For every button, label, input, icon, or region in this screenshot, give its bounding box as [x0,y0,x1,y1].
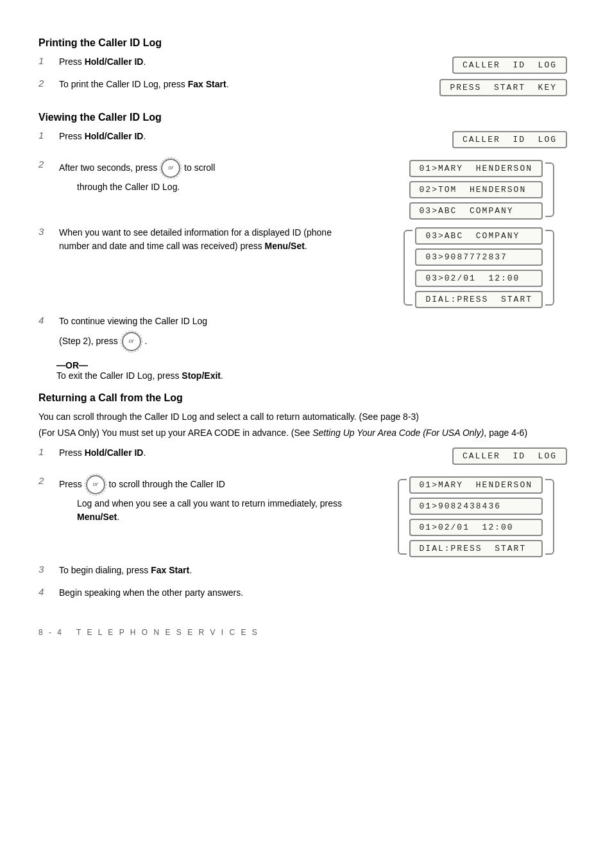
printing-steps-row: 1 Press Hold/Caller ID. 2 To print the C… [38,55,574,100]
viewing-scroll-lcds: 01>MARY HENDERSON 02>TOM HENDERSON 03>AB… [368,159,574,221]
viewing-lcd-top: CALLER ID LOG [452,131,567,148]
returning-lcd3: 01>02/01 12:00 [409,519,543,536]
viewing-title: Viewing the Caller ID Log [38,112,574,123]
footer-text: T E L E P H O N E S E R V I C E S [76,628,259,637]
viewing-step1-bold: Hold/Caller ID [85,131,144,141]
scroll-icon-up-2: or [161,159,180,178]
viewing-step1-text-after: . [143,131,146,141]
returning-detail-lcd-group: 01>MARY HENDERSON 01>9082438436 01>02/01… [398,475,554,559]
returning-lcd4: DIAL:PRESS START [409,540,543,557]
returning-desc2: (For USA Only) You must set up your AREA… [38,426,574,440]
printing-section: Printing the Caller ID Log 1 Press Hold/… [38,37,574,100]
scroll-icon-returning: or [86,475,105,494]
ret-step2-t3: Log and when you see a call you want to … [77,498,342,508]
printing-step1-num: 1 [38,55,56,66]
scroll-icon-step4-label: or [129,337,134,346]
returning-desc2-after: , page 4-6) [484,428,527,438]
returning-step2-text2: to scroll through the Caller ID [109,479,225,489]
printing-step1-content: Press Hold/Caller ID. [59,55,355,71]
viewing-step4-text3: . [145,336,148,346]
viewing-step2-text1: After two seconds, press [59,162,160,173]
returning-step1-num: 1 [38,446,56,457]
returning-step1-row: 1 Press Hold/Caller ID. CALLER ID LOG [38,446,574,469]
returning-step2-content: Press or to scroll through the Caller ID… [59,475,355,526]
printing-step2-num: 2 [38,78,56,89]
viewing-detail-lcd2: 03>9087772837 [415,248,543,266]
returning-desc2-before: (For USA Only) You must set up your AREA… [38,428,312,438]
returning-step3-after: . [189,565,192,575]
printing-lcd2: PRESS START KEY [439,79,567,96]
viewing-step1-num: 1 [38,130,56,141]
viewing-scroll-lcd2: 02>TOM HENDERSON [409,181,543,198]
returning-lcd2: 01>9082438436 [409,498,543,515]
returning-desc1: You can scroll through the Caller ID Log… [38,410,574,424]
returning-step4-text: Begin speaking when the other party answ… [59,586,574,600]
viewing-step3-text2: . [305,241,307,251]
returning-step2-num: 2 [38,475,56,486]
returning-step3: 3 To begin dialing, press Fax Start. [38,564,574,580]
returning-step4-num: 4 [38,586,56,597]
viewing-step3-bold: Menu/Set [265,241,305,251]
viewing-scroll-lcd3: 03>ABC COMPANY [409,202,543,220]
viewing-step4-text2: (Step 2), press [59,336,121,346]
viewing-step3-content: When you want to see detailed informatio… [59,226,355,256]
printing-step2-bold: Fax Start [188,79,226,89]
viewing-step1-text-before: Press [59,131,85,141]
printing-step2-content: To print the Caller ID Log, press Fax St… [59,78,355,94]
returning-step2-text1: Press [59,479,85,489]
returning-step1-before: Press [59,447,85,458]
printing-step1-text-after: . [143,56,146,67]
printing-step1-text-before: Press [59,56,85,67]
viewing-step2-left: 2 After two seconds, press or to scroll … [38,159,368,203]
scroll-icon-step4: or [122,332,141,351]
returning-step2: 2 Press or to scroll through the Caller … [38,475,355,526]
returning-step2-text3: Log and when you see a call you want to … [77,497,355,524]
returning-detail-lcds: 01>MARY HENDERSON 01>9082438436 01>02/01… [368,475,574,559]
viewing-detail-lcd1: 03>ABC COMPANY [415,227,543,245]
ret-step2-t4: . [117,512,119,522]
viewing-step2-text3: through the Caller ID Log. [77,180,355,194]
viewing-step3: 3 When you want to see detailed informat… [38,226,355,256]
viewing-step4-text1: To continue viewing the Caller ID Log [59,315,574,328]
printing-title: Printing the Caller ID Log [38,37,574,49]
viewing-or-divider: —OR— To exit the Caller ID Log, press St… [56,360,574,381]
viewing-detail-lcd-group: 03>ABC COMPANY 03>9087772837 03>02/01 12… [404,226,554,309]
viewing-detail-lcds: 03>ABC COMPANY 03>9087772837 03>02/01 12… [368,226,574,309]
printing-step1-bold: Hold/Caller ID [85,56,144,67]
viewing-step1-left: 1 Press Hold/Caller ID. [38,130,368,152]
viewing-step3-left: 3 When you want to see detailed informat… [38,226,368,262]
viewing-step4-content: To continue viewing the Caller ID Log (S… [59,315,574,354]
viewing-step3-row: 3 When you want to see detailed informat… [38,226,574,309]
returning-step3-content: To begin dialing, press Fax Start. [59,564,574,580]
viewing-step4: 4 To continue viewing the Caller ID Log … [38,315,574,354]
returning-step1-content: Press Hold/Caller ID. [59,446,355,462]
returning-step2-left: 2 Press or to scroll through the Caller … [38,475,368,533]
viewing-exit-text: To exit the Caller ID Log, press Stop/Ex… [56,370,574,381]
scroll-icon-ret-label: or [93,480,98,489]
printing-step1: 1 Press Hold/Caller ID. [38,55,355,71]
viewing-exit-bold: Stop/Exit [182,370,221,381]
viewing-step1-content: Press Hold/Caller ID. [59,130,355,146]
viewing-step2-content: After two seconds, press or to scroll th… [59,159,355,196]
scroll-icon-label: or [168,164,173,173]
returning-step4: 4 Begin speaking when the other party an… [38,586,574,602]
viewing-detail-lcd4: DIAL:PRESS START [415,291,543,308]
footer: 8 - 4 T E L E P H O N E S E R V I C E S [38,628,574,637]
viewing-step2: 2 After two seconds, press or to scroll … [38,159,355,196]
returning-step1-bold: Hold/Caller ID [85,447,144,458]
returning-lcd-top: CALLER ID LOG [452,447,567,465]
returning-lcd-top-area: CALLER ID LOG [368,446,574,466]
returning-step4-content: Begin speaking when the other party answ… [59,586,574,602]
viewing-scroll-lcd1: 01>MARY HENDERSON [409,160,543,177]
returning-desc2-italic: Setting Up Your Area Code (For USA Only) [312,428,484,438]
returning-step3-bold: Fax Start [151,565,189,575]
viewing-step1-row: 1 Press Hold/Caller ID. CALLER ID LOG [38,130,574,152]
viewing-step2-row: 2 After two seconds, press or to scroll … [38,159,574,221]
returning-step1-after: . [143,447,146,458]
viewing-step4-num: 4 [38,315,56,326]
printing-step2-text-before: To print the Caller ID Log, press [59,79,188,89]
returning-title: Returning a Call from the Log [38,392,574,404]
printing-lcd1: CALLER ID LOG [452,56,567,74]
footer-page: 8 - 4 [38,628,64,637]
returning-step1-left: 1 Press Hold/Caller ID. [38,446,368,469]
